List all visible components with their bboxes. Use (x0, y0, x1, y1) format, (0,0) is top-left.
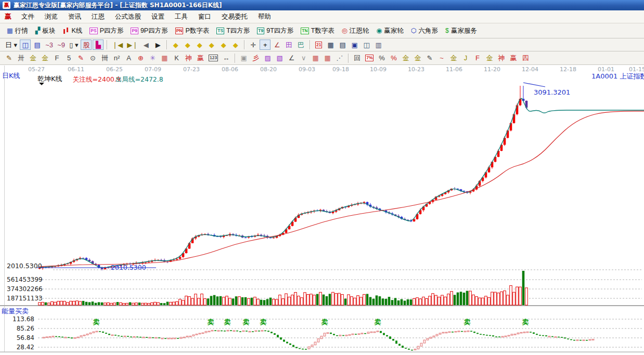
gold-section-2-button[interactable]: 金 (40, 53, 50, 63)
diamond-fit-button[interactable]: ◆ (218, 40, 229, 50)
prev-page-button[interactable]: ◀ (140, 40, 151, 50)
grid-dots-2-button[interactable]: ▦ (322, 53, 333, 63)
title-bar[interactable]: 赢 赢家江恩专业版[赢家内部服务平台] - [上证指数 SH1A0001-166… (0, 0, 644, 10)
percent-button[interactable]: % (376, 53, 387, 63)
candle-style-dropdown[interactable]: ▯ ▾ (68, 40, 80, 50)
v-wave-button[interactable]: ∨ (298, 53, 309, 63)
calculator-button[interactable]: ▦ (325, 40, 336, 50)
target-cross-button[interactable]: ⊕ (135, 53, 146, 63)
t-square-button[interactable]: TST四方形 (213, 25, 253, 36)
wave-9-button[interactable]: ~9 (56, 40, 67, 50)
red-fan-button[interactable]: 彡 (250, 53, 261, 63)
diamond-shift-right-button[interactable]: ◆ (182, 40, 193, 50)
gann-stamp-button[interactable]: 田 (284, 40, 294, 50)
brush-lines-button[interactable]: ✎ (424, 53, 435, 63)
network-button[interactable]: ◫ (361, 40, 372, 50)
grid-dots-button[interactable]: ▦ (310, 53, 321, 63)
wave-3-button[interactable]: ~3 (44, 40, 55, 50)
spiral-5-button[interactable]: 5 (63, 53, 74, 63)
wave-9-icon: ~9 (57, 42, 65, 48)
winner-service-button[interactable]: $赢家服务 (442, 25, 481, 36)
kline-chart-button[interactable]: K线 (59, 25, 86, 36)
stock-tool-button[interactable]: 股 (81, 40, 92, 50)
chart-area[interactable]: 05-2706-1106-2507-0907-2308-0608-2009-03… (0, 65, 644, 355)
wave-band-button[interactable]: ~ (436, 53, 447, 63)
menu-item-2[interactable]: 资讯 (63, 11, 86, 23)
percent-lines-button[interactable]: % (388, 53, 399, 63)
menu-item-7[interactable]: 窗口 (193, 11, 216, 23)
gold-section-button[interactable]: 金 (28, 53, 38, 63)
svg-text:卖: 卖 (321, 318, 328, 326)
save-disk-button[interactable]: ▣ (349, 40, 360, 50)
ying-angle-button[interactable]: 赢 (508, 53, 519, 63)
star-rays-button[interactable]: ✳ (147, 53, 158, 63)
main-chart-svg[interactable]: 05-2706-1106-2507-0907-2308-0608-2009-03… (0, 65, 644, 355)
zoom-window-button[interactable]: ◫ (20, 40, 31, 50)
shen-angle-button[interactable]: 神 (496, 53, 507, 63)
pattern-tool-button[interactable]: 巴 (295, 40, 306, 50)
crosshair-tool-button[interactable]: + (260, 40, 271, 50)
menu-item-1[interactable]: 浏览 (40, 11, 63, 23)
next-page-button[interactable]: ▶ (152, 40, 163, 50)
menu-item-5[interactable]: 设置 (146, 11, 170, 23)
market-quotes-button[interactable]: ▦行情 (3, 25, 32, 36)
k-notch-button[interactable]: K (171, 53, 182, 63)
f-grid-button[interactable]: F (51, 53, 62, 63)
n-squared-button[interactable]: n² (111, 53, 122, 63)
first-page-button[interactable]: ❘◀ (110, 40, 124, 50)
gann-box-button[interactable]: 回 (352, 53, 363, 63)
diamond-compress-button[interactable]: ◆ (194, 40, 205, 50)
nine-t-square-button[interactable]: T99T四方形 (253, 25, 297, 36)
p-square-button[interactable]: PSP四方形 (86, 25, 127, 36)
gold-angle-button[interactable]: 金 (484, 53, 495, 63)
sector-blocks-button[interactable]: ▞板块 (32, 25, 59, 36)
calendar-button[interactable]: 21 (313, 40, 324, 50)
slant-lines-button[interactable]: ⋰ (334, 53, 345, 63)
si-angle-button[interactable]: 四 (520, 53, 531, 63)
t-number-table-button[interactable]: TNT数字表 (297, 25, 338, 36)
gann-wheel-button[interactable]: ◎江恩轮 (338, 25, 372, 36)
percent-angle-button[interactable]: 7% (364, 53, 375, 63)
box-select-button[interactable]: ▣ (238, 53, 249, 63)
color-volume-button[interactable]: ▙ (93, 40, 104, 50)
diamond-center-button[interactable]: ◆ (230, 40, 241, 50)
hexagon-button[interactable]: ⬡六角形 (407, 25, 442, 36)
tick-ruler-button[interactable]: 卅 (16, 53, 27, 63)
ruler-123-button[interactable]: 123 (207, 53, 220, 63)
angle-tool-button[interactable]: ∠ (272, 40, 282, 50)
menu-item-9[interactable]: 帮助 (253, 11, 276, 23)
gold-lines-2-button[interactable]: 金 (448, 53, 459, 63)
brush-tool-button[interactable]: ✎ (4, 53, 15, 63)
span-measure-button[interactable]: ↔ (221, 53, 231, 63)
grid-box-button[interactable]: ▦ (159, 53, 170, 63)
diamond-shift-left-button[interactable]: ◆ (170, 40, 181, 50)
angle-lines-button[interactable]: ∠ (286, 53, 297, 63)
menu-item-6[interactable]: 工具 (170, 11, 193, 23)
gold-circle-button[interactable]: 金 (400, 53, 411, 63)
hand-tool-button[interactable]: ✛ (248, 40, 259, 50)
printer-button[interactable]: ▥ (373, 40, 384, 50)
menu-item-8[interactable]: 交易委托 (216, 11, 253, 23)
j-angle-button[interactable]: J (460, 53, 471, 63)
notes-button[interactable]: ▤ (337, 40, 348, 50)
menu-item-0[interactable]: 文件 (16, 11, 40, 23)
winner-wheel-button[interactable]: ◉赢家轮 (372, 25, 407, 36)
circle-53-button[interactable]: ⊙ (87, 53, 98, 63)
last-page-button[interactable]: ▶❘ (125, 40, 139, 50)
hash-ruler-button[interactable]: 卌 (99, 53, 110, 63)
ying-grid-button[interactable]: 赢 (195, 53, 206, 63)
gold-lines-button[interactable]: 金 (412, 53, 423, 63)
shen-grid-button[interactable]: 神 (183, 53, 194, 63)
menu-item-3[interactable]: 江恩 (86, 11, 110, 23)
detail-list-button[interactable]: ▤ (32, 40, 43, 50)
fan-box-button[interactable]: ▨ (262, 53, 273, 63)
a-divider-button[interactable]: A (123, 53, 134, 63)
diamond-expand-button[interactable]: ◆ (206, 40, 217, 50)
nine-p-square-button[interactable]: P99P四方形 (127, 25, 171, 36)
red-brush-button[interactable]: ✎ (75, 53, 86, 63)
f-angle-button[interactable]: F (472, 53, 483, 63)
menu-item-4[interactable]: 公式选股 (110, 11, 146, 23)
p-number-table-button[interactable]: PNP数字表 (172, 25, 213, 36)
fan-box-2-button[interactable]: ▧ (274, 53, 285, 63)
period-dropdown[interactable]: 日 ▾ (4, 40, 19, 50)
